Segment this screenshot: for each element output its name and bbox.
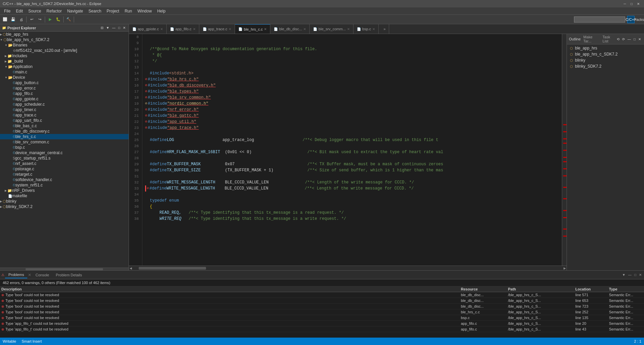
- outline-item-4[interactable]: ⬡ blinky_SDK7.2: [567, 63, 644, 69]
- run-button[interactable]: ▶: [46, 16, 54, 23]
- menu-item-run[interactable]: Run: [122, 8, 135, 14]
- bottom-panel-min[interactable]: —: [627, 273, 633, 277]
- print-button[interactable]: 🖨: [18, 16, 25, 23]
- outline-toolbar-2[interactable]: ⟳: [621, 37, 626, 41]
- editor-tab-bsp[interactable]: 📄bsp.c✕: [353, 24, 379, 34]
- tab-close-ble_db_disc[interactable]: ✕: [303, 27, 306, 31]
- tree-item-Device[interactable]: ▼📂 Device: [0, 75, 129, 80]
- explorer-menu-btn[interactable]: ▼: [105, 26, 110, 30]
- bottom-panel-btn-1[interactable]: ▼: [621, 273, 626, 277]
- tab-close-ble_srv_comm[interactable]: ✕: [347, 27, 350, 31]
- menu-item-search[interactable]: Search: [86, 8, 104, 14]
- problem-row-2[interactable]: ⊗Type 'bool' could not be resolved ble_d…: [0, 304, 644, 309]
- tree-item-ble_srv_common.c[interactable]: © ble_srv_common.c: [0, 139, 129, 145]
- explorer-min-btn[interactable]: —: [111, 26, 116, 30]
- menu-item-source[interactable]: Source: [26, 8, 44, 14]
- tree-item-app_trace.c[interactable]: © app_trace.c: [0, 112, 129, 118]
- outline-toolbar-1[interactable]: ⟲: [616, 37, 620, 41]
- tree-item-ble_app_hrs[interactable]: ▶⬡ ble_app_hrs: [0, 32, 129, 37]
- tree-item-Application[interactable]: ▼📂 Application: [0, 64, 129, 69]
- horizontal-scrollbar[interactable]: ◀ ▶: [129, 266, 567, 270]
- explorer-max-btn[interactable]: □: [117, 26, 121, 30]
- tree-item-app_uart_fifo.c[interactable]: © app_uart_fifo.c: [0, 118, 129, 123]
- tree-item-gcc_startup_nrf51.s[interactable]: S gcc_startup_nrf51.s: [0, 156, 129, 161]
- perspective-cpp[interactable]: C/C++: [627, 16, 635, 23]
- debug-button[interactable]: 🐛: [55, 16, 62, 23]
- tree-item-blinky[interactable]: ▶⬡ blinky: [0, 199, 129, 204]
- code-area[interactable]: /**@cond To Make Doxygen skip documentat…: [142, 34, 562, 266]
- tree-item-app_timer.c[interactable]: © app_timer.c: [0, 107, 129, 112]
- maximize-button[interactable]: □: [629, 1, 635, 7]
- tree-item-ble_db_discovery.c[interactable]: © ble_db_discovery.c: [0, 129, 129, 134]
- tab-close-app_trace[interactable]: ✕: [229, 27, 231, 31]
- tree-item-system_nrf51.c[interactable]: © system_nrf51.c: [0, 182, 129, 188]
- editor-tab-app_gpiote[interactable]: 📄app_gpiote.c✕: [129, 24, 167, 34]
- tree-item-retarget.c[interactable]: © retarget.c: [0, 172, 129, 177]
- menu-item-project[interactable]: Project: [104, 8, 122, 14]
- tab-console[interactable]: Console: [32, 272, 52, 278]
- tree-item-bsp.c[interactable]: © bsp.c: [0, 145, 129, 150]
- bottom-panel-close[interactable]: ✕: [638, 273, 643, 277]
- menu-item-edit[interactable]: Edit: [13, 8, 26, 14]
- editor-tab-overflow[interactable]: »: [379, 24, 389, 34]
- tree-item-blinky_SDK7.2[interactable]: ▶⬡ blinky_SDK7.2: [0, 204, 129, 209]
- bottom-panel-max[interactable]: □: [633, 273, 637, 277]
- tree-item-ble_bas_c.c[interactable]: © ble_bas_c.c: [0, 123, 129, 129]
- tree-item-pstorage.c[interactable]: © pstorage.c: [0, 166, 129, 172]
- menu-item-help[interactable]: Help: [155, 8, 168, 14]
- minimize-button[interactable]: ─: [622, 1, 628, 7]
- outline-item-3[interactable]: ⬡ blinky: [567, 57, 644, 63]
- tree-item-nrf51422[interactable]: ⚙ nrf51422_xxac_s120.out - [arm/le]: [0, 48, 129, 53]
- tree-item-_build[interactable]: ▶📁 _build: [0, 59, 129, 64]
- close-button[interactable]: ✕: [635, 1, 641, 7]
- menu-item-window[interactable]: Window: [135, 8, 155, 14]
- error-scrollbar[interactable]: [562, 34, 567, 266]
- editor-tab-app_trace[interactable]: 📄app_trace.c✕: [199, 24, 235, 34]
- problem-row-5[interactable]: ⊗Type 'app_fifo_t' could not be resolved…: [0, 321, 644, 326]
- redo-button[interactable]: ↪: [36, 16, 43, 23]
- tree-item-app_scheduler.c[interactable]: © app_scheduler.c: [0, 102, 129, 107]
- editor-tab-app_fifo[interactable]: 📄app_fifo.c✕: [167, 24, 199, 34]
- h-scroll-thumb[interactable]: [139, 267, 206, 270]
- outline-item-2[interactable]: ⬡ ble_app_hrs_c_SDK7.2: [567, 51, 644, 57]
- explorer-collapse-btn[interactable]: ⊟: [100, 26, 104, 30]
- tree-item-nrf_assert.c[interactable]: © nrf_assert.c: [0, 161, 129, 166]
- problem-row-6[interactable]: ⊗Type 'app_fifo_t' could not be resolved…: [0, 326, 644, 332]
- tab-problems[interactable]: Problems: [5, 272, 27, 278]
- editor-tab-ble_srv_comm[interactable]: 📄ble_srv_comm...✕: [310, 24, 353, 34]
- quick-access-input[interactable]: Quick Access: [574, 16, 625, 23]
- tree-item-device_manager_central.c[interactable]: © device_manager_central.c: [0, 150, 129, 156]
- tree-item-app_gpiote.c[interactable]: © app_gpiote.c: [0, 96, 129, 102]
- tree-item-main.c[interactable]: © main.c: [0, 69, 129, 75]
- new-button[interactable]: ⬜: [1, 16, 9, 23]
- save-button[interactable]: 💾: [9, 16, 17, 23]
- tab-close-bsp[interactable]: ✕: [372, 27, 375, 31]
- explorer-close-btn[interactable]: ✕: [122, 26, 127, 30]
- tab-close-ble_hrs_cc[interactable]: ✕: [264, 27, 267, 31]
- tree-item-app_button.c[interactable]: © app_button.c: [0, 80, 129, 85]
- tree-item-app_error.c[interactable]: © app_error.c: [0, 85, 129, 91]
- editor-tab-ble_hrs_cc[interactable]: 📄ble_hrs_c.c✕: [235, 24, 270, 34]
- tree-item-softdevice_handler.c[interactable]: © softdevice_handler.c: [0, 177, 129, 182]
- tab-problem-details[interactable]: Problem Details: [53, 272, 86, 278]
- tree-item-ble_app_hrs_c_SDK7.2[interactable]: ▼⬡ ble_app_hrs_c_SDK7.2: [0, 37, 129, 42]
- menu-item-refactor[interactable]: Refactor: [44, 8, 64, 14]
- tree-item-Includes[interactable]: ▶📁 Includes: [0, 53, 129, 59]
- problem-row-0[interactable]: ⊗Type 'bool' could not be resolved ble_d…: [0, 292, 644, 298]
- outline-close-btn[interactable]: ✕: [637, 37, 642, 41]
- tab-close-app_fifo[interactable]: ✕: [193, 27, 196, 31]
- packs-button[interactable]: Packs: [635, 16, 643, 23]
- tree-item-app_fifo.c[interactable]: © app_fifo.c: [0, 91, 129, 96]
- build-button[interactable]: 🔨: [65, 16, 72, 23]
- problem-row-3[interactable]: ⊗Type 'bool' could not be resolved ble_h…: [0, 309, 644, 315]
- tree-item-Binaries[interactable]: ▼📂 Binaries: [0, 42, 129, 48]
- problem-row-4[interactable]: ⊗Type 'bool' could not be resolved bsp.c…: [0, 315, 644, 321]
- tree-item-ble_hrs_c.c[interactable]: © ble_hrs_c.c: [0, 134, 129, 139]
- menu-item-file[interactable]: File: [1, 8, 13, 14]
- outline-min-btn[interactable]: —: [626, 37, 632, 41]
- undo-button[interactable]: ↩: [28, 16, 35, 23]
- tree-item-makefile[interactable]: 📄 makefile: [0, 193, 129, 199]
- editor-tab-ble_db_disc[interactable]: 📄ble_db_disc...✕: [270, 24, 310, 34]
- outline-item-1[interactable]: ⬡ ble_app_hrs: [567, 45, 644, 51]
- outline-max-btn[interactable]: □: [633, 37, 637, 41]
